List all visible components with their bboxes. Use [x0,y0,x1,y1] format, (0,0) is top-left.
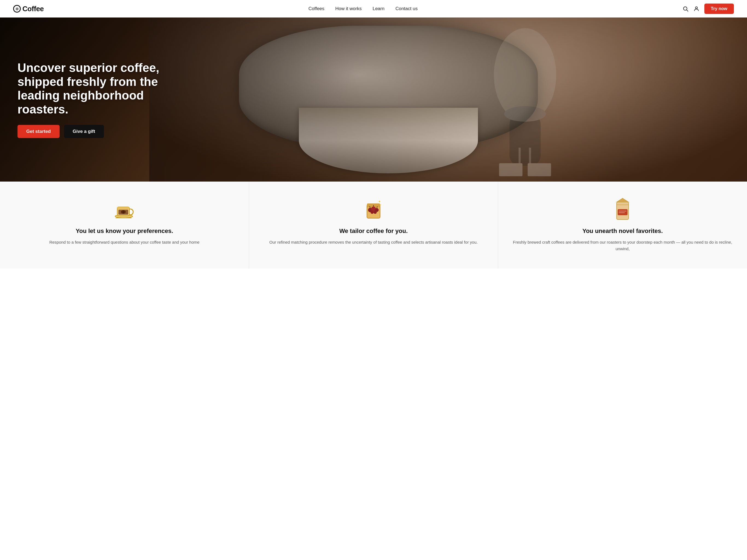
svg-rect-28 [618,209,627,215]
preferences-icon [113,198,135,220]
svg-point-5 [505,106,546,122]
svg-point-2 [695,7,697,9]
feature-preferences-title: You let us know your preferences. [11,228,238,235]
feature-tailor-desc: Our refined matching procedure removes t… [260,239,487,246]
hero-content: Uncover superior coffee, shipped freshly… [18,61,160,138]
get-started-button[interactable]: Get started [18,125,60,138]
feature-favorites-title: You unearth novel favorites. [509,228,736,235]
try-now-button[interactable]: Try now [704,4,734,14]
nav-links: Coffees How it works Learn Contact us [308,6,417,11]
svg-rect-7 [529,148,531,163]
svg-point-25 [374,210,377,214]
cup-illustration [113,199,135,219]
hero-title: Uncover superior coffee, shipped freshly… [18,61,160,116]
espresso-machine-detail [319,23,730,179]
account-button[interactable] [693,6,699,12]
svg-marker-27 [617,198,628,202]
navbar: ◎ Coffee Coffees How it works Learn Cont… [0,0,747,18]
nav-item-contact[interactable]: Contact us [395,6,417,11]
favorites-icon [612,198,634,220]
hero-buttons: Get started Give a gift [18,125,160,138]
svg-rect-12 [117,207,129,210]
nav-link-how-it-works[interactable]: How it works [335,6,361,11]
nav-item-how-it-works[interactable]: How it works [335,6,361,11]
svg-rect-8 [499,163,523,176]
brand-name: Coffee [22,5,44,13]
feature-tailor: ✦ ✦ We tailor coffee for you. Our refine… [249,182,498,269]
nav-item-coffees[interactable]: Coffees [308,6,324,11]
hero-section: Uncover superior coffee, shipped freshly… [0,18,747,182]
feature-tailor-title: We tailor coffee for you. [260,228,487,235]
svg-point-24 [370,210,374,214]
nav-link-coffees[interactable]: Coffees [308,6,324,11]
search-icon [682,6,689,12]
feature-favorites: You unearth novel favorites. Freshly bre… [498,182,747,269]
nav-link-contact[interactable]: Contact us [395,6,417,11]
logo-icon: ◎ [13,5,21,12]
logo[interactable]: ◎ Coffee [13,5,44,13]
svg-rect-6 [519,148,521,163]
svg-rect-9 [528,163,551,176]
features-section: You let us know your preferences. Respon… [0,182,747,269]
give-gift-button[interactable]: Give a gift [64,125,104,138]
feature-preferences-desc: Respond to a few straightforward questio… [11,239,238,246]
svg-text:✦: ✦ [378,199,381,204]
package-illustration [612,197,634,221]
nav-actions: Try now [682,4,734,14]
nav-link-learn[interactable]: Learn [373,6,384,11]
nav-item-learn[interactable]: Learn [373,6,384,11]
tailor-icon: ✦ ✦ [363,198,384,220]
feature-favorites-desc: Freshly brewed craft coffees are deliver… [509,239,736,252]
search-button[interactable] [682,6,689,12]
feature-preferences: You let us know your preferences. Respon… [0,182,249,269]
bag-illustration: ✦ ✦ [363,198,384,220]
svg-line-1 [687,10,688,11]
user-icon [693,6,699,12]
